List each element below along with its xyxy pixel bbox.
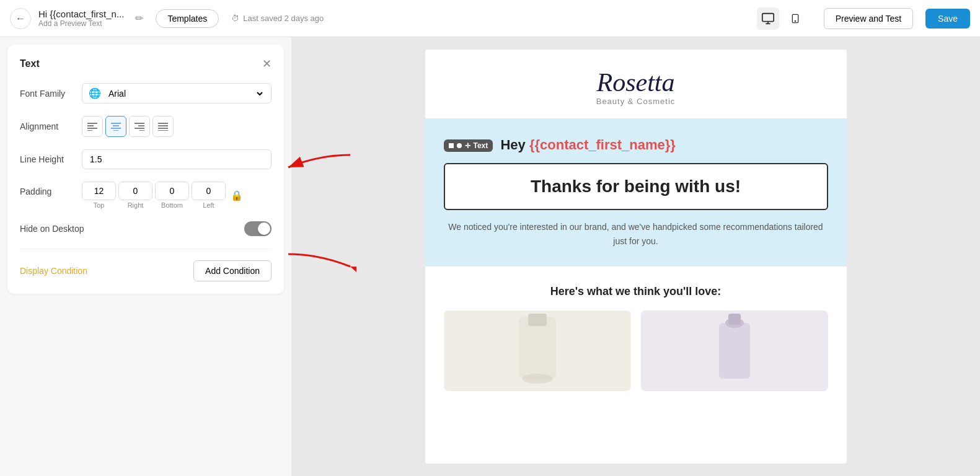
padding-inputs: Top Right Bottom Left <box>82 182 271 209</box>
line-height-label: Line Height <box>20 154 82 164</box>
font-family-select[interactable]: 🌐 Arial <box>82 83 271 104</box>
hey-text-block: ✛ Text Hey {{contact_first_name}} <box>444 137 828 153</box>
left-panel: Text ✕ Font Family 🌐 Arial Alignment <box>0 37 291 476</box>
font-family-control: 🌐 Arial <box>82 83 271 104</box>
preview-text-label: Add a Preview Text <box>38 19 124 28</box>
alignment-row: Alignment <box>20 116 271 137</box>
lock-icon[interactable]: 🔒 <box>231 190 243 201</box>
blue-section: ✛ Text Hey {{contact_first_name}} Thanks… <box>425 118 847 267</box>
svg-rect-0 <box>762 13 774 21</box>
hide-desktop-toggle[interactable] <box>244 221 271 236</box>
padding-right-wrap: Right <box>118 182 152 209</box>
brand-name: Rosetta <box>438 68 834 97</box>
font-family-label: Font Family <box>20 89 82 99</box>
mobile-icon[interactable] <box>784 7 806 30</box>
arrow-indicator-1 <box>291 149 356 182</box>
email-logo-area: Rosetta Beauty & Cosmetic <box>425 50 847 118</box>
toggle-thumb <box>258 223 270 235</box>
padding-bottom-wrap: Bottom <box>155 182 189 209</box>
hide-desktop-row: Hide on Desktop <box>20 221 271 236</box>
svg-rect-30 <box>728 314 741 325</box>
padding-top-wrap: Top <box>82 182 116 209</box>
align-right-button[interactable] <box>129 116 150 137</box>
saved-text-label: Last saved 2 days ago <box>243 14 324 23</box>
big-text-content: Thanks for being with us! <box>457 177 814 196</box>
panel-title: Text <box>20 58 40 69</box>
alignment-buttons <box>82 116 271 137</box>
padding-left-wrap: Left <box>192 182 226 209</box>
hey-greeting: Hey <box>500 137 529 152</box>
align-justify-button[interactable] <box>152 116 174 137</box>
display-condition-row: Display Condition Add Condition <box>20 249 271 281</box>
align-center-button[interactable] <box>105 116 126 137</box>
main-layout: Text ✕ Font Family 🌐 Arial Alignment <box>0 37 980 476</box>
padding-bottom-label: Bottom <box>161 201 183 209</box>
padding-left-input[interactable] <box>192 182 226 200</box>
nav-title-block: Hi {{contact_first_n... Add a Preview Te… <box>38 9 124 28</box>
email-preview: Rosetta Beauty & Cosmetic ✛ Text Hey {{c… <box>425 50 847 464</box>
device-toggle <box>757 7 806 30</box>
edit-icon[interactable]: ✏ <box>135 12 143 24</box>
text-block-toolbar[interactable]: ✛ Text <box>444 139 493 152</box>
panel-header: Text ✕ <box>20 57 271 71</box>
padding-control: Top Right Bottom Left <box>82 182 271 209</box>
save-button[interactable]: Save <box>925 9 970 29</box>
svg-rect-25 <box>528 314 547 326</box>
padding-right-input[interactable] <box>118 182 152 200</box>
display-condition-label: Display Condition <box>20 266 193 276</box>
arrow-indicator-2 <box>291 248 356 281</box>
padding-right-label: Right <box>128 201 144 209</box>
product-card-2 <box>641 311 828 391</box>
toolbar-text-label: Text <box>474 141 488 150</box>
body-text: We noticed you're interested in our bran… <box>444 220 828 248</box>
toolbar-indicator-2 <box>457 143 462 148</box>
preview-area: Rosetta Beauty & Cosmetic ✛ Text Hey {{c… <box>291 37 980 476</box>
padding-row: Padding Top Right Bottom <box>20 182 271 209</box>
text-settings-panel: Text ✕ Font Family 🌐 Arial Alignment <box>7 45 284 294</box>
padding-label: Padding <box>20 187 82 196</box>
hide-desktop-label: Hide on Desktop <box>20 224 244 234</box>
email-title: Hi {{contact_first_n... <box>38 9 124 19</box>
line-height-control <box>82 149 271 169</box>
move-handle-icon: ✛ <box>465 142 470 150</box>
white-section: Here's what we think you'll love: <box>425 267 847 410</box>
section-heading: Here's what we think you'll love: <box>444 285 828 298</box>
toolbar-indicator <box>449 143 454 148</box>
svg-point-4 <box>795 20 795 21</box>
globe-icon: 🌐 <box>89 87 101 99</box>
desktop-icon[interactable] <box>757 7 779 30</box>
padding-left-label: Left <box>203 201 214 209</box>
align-left-button[interactable] <box>82 116 103 137</box>
product-card-1 <box>444 311 631 391</box>
line-height-row: Line Height <box>20 149 271 169</box>
alignment-label: Alignment <box>20 121 82 131</box>
saved-indicator: ⏱ Last saved 2 days ago <box>231 14 324 23</box>
big-text-box[interactable]: Thanks for being with us! <box>444 163 828 210</box>
back-button[interactable]: ← <box>10 8 31 29</box>
font-family-row: Font Family 🌐 Arial <box>20 83 271 104</box>
top-navigation: ← Hi {{contact_first_n... Add a Preview … <box>0 0 980 37</box>
padding-top-label: Top <box>94 201 105 209</box>
line-height-input[interactable] <box>82 149 271 169</box>
close-panel-button[interactable]: ✕ <box>262 57 271 71</box>
add-condition-button[interactable]: Add Condition <box>193 260 271 281</box>
product-grid <box>444 311 828 391</box>
preview-and-test-button[interactable]: Preview and Test <box>824 8 913 29</box>
font-family-dropdown[interactable]: Arial <box>106 88 265 99</box>
variable-text: {{contact_first_name}} <box>529 137 676 152</box>
clock-icon: ⏱ <box>231 14 239 23</box>
brand-subtitle: Beauty & Cosmetic <box>438 97 834 106</box>
templates-button[interactable]: Templates <box>156 9 219 28</box>
svg-rect-28 <box>719 323 750 379</box>
svg-point-26 <box>522 374 553 384</box>
padding-top-input[interactable] <box>82 182 116 200</box>
padding-bottom-input[interactable] <box>155 182 189 200</box>
